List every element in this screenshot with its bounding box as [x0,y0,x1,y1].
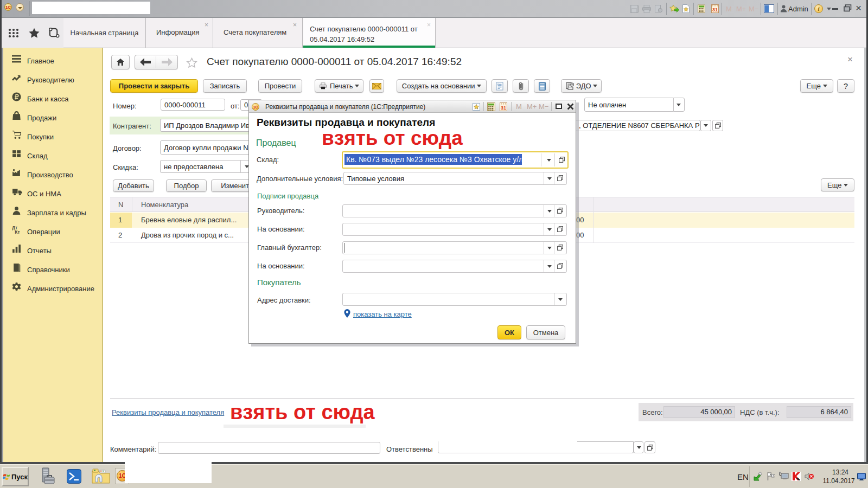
svg-text:31: 31 [712,7,718,12]
svg-text:31: 31 [501,105,506,111]
svg-text:Кт: Кт [15,229,20,234]
